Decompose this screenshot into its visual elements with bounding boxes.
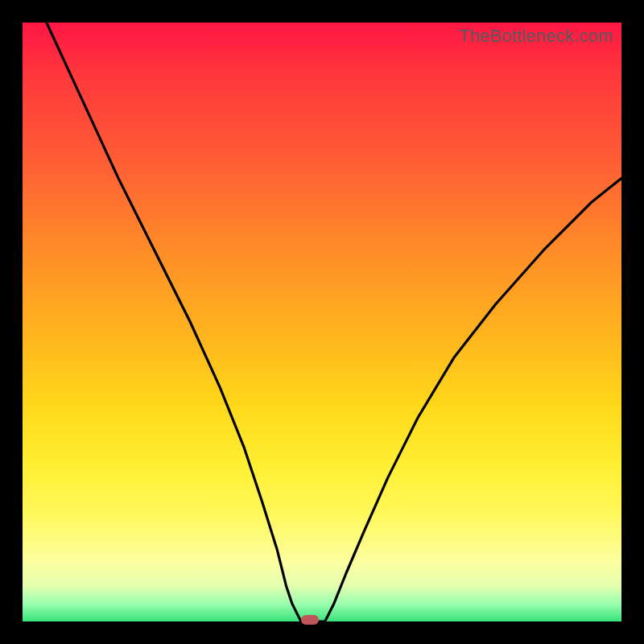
plot-area: TheBottleneck.com xyxy=(23,23,621,621)
min-marker xyxy=(301,615,319,625)
curve-path xyxy=(47,23,621,621)
bottleneck-curve xyxy=(23,23,621,621)
chart-frame: TheBottleneck.com xyxy=(0,0,644,644)
